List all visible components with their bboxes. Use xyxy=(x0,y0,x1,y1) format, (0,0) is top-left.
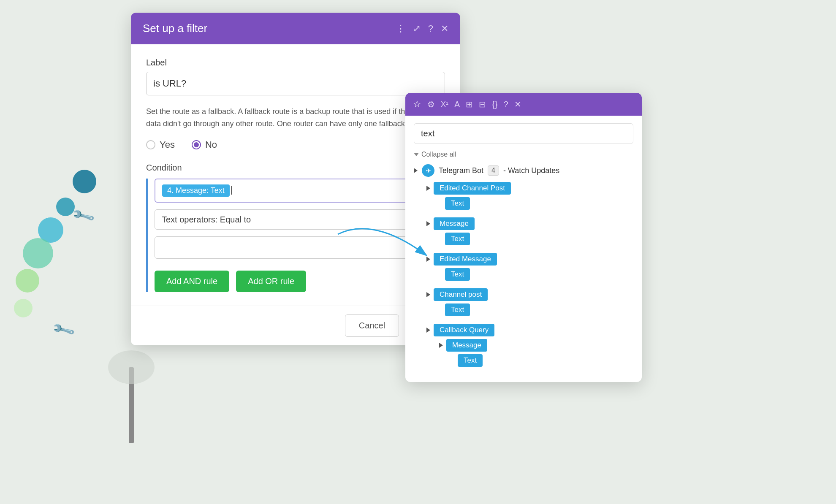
collapse-all-label: Collapse all xyxy=(421,151,456,158)
callback-message-toggle: Message xyxy=(439,339,633,352)
edited-channel-post-text-tag[interactable]: Text xyxy=(445,197,470,210)
picker-body: Collapse all ✈ Telegram Bot 4 - Watch Up… xyxy=(405,116,642,382)
channel-post-toggle: Channel post xyxy=(426,288,633,301)
edited-channel-post-tag[interactable]: Edited Channel Post xyxy=(434,182,511,195)
tree-root-toggle[interactable] xyxy=(414,168,418,173)
tree-root-item: ✈ Telegram Bot 4 - Watch Updates xyxy=(414,164,633,177)
edited-message-toggle: Edited Message xyxy=(426,253,633,266)
yes-radio-circle[interactable] xyxy=(146,140,155,149)
dialog-title: Set up a filter xyxy=(143,22,207,35)
collapse-arrow-icon xyxy=(414,153,419,156)
add-or-rule-button[interactable]: Add OR rule xyxy=(236,271,306,292)
calendar-icon[interactable]: ⊞ xyxy=(466,99,473,109)
close-icon[interactable]: ✕ xyxy=(441,23,448,34)
callback-message-arrow[interactable] xyxy=(439,343,443,348)
picker-close-icon[interactable]: ✕ xyxy=(514,99,521,109)
superscript-icon[interactable]: X¹ xyxy=(441,100,448,109)
callback-query-toggle: Callback Query xyxy=(426,324,633,336)
callback-message-children: Text xyxy=(452,354,633,370)
edited-message-text-tag[interactable]: Text xyxy=(445,268,470,281)
no-radio-circle[interactable] xyxy=(192,140,201,149)
label-field-label: Label xyxy=(146,58,445,68)
no-label: No xyxy=(205,139,217,150)
group-message: Message Text xyxy=(426,217,633,249)
message-tag[interactable]: Message xyxy=(434,217,475,230)
picker-toolbar: ☆ ⚙ X¹ A ⊞ ⊟ {} ? ✕ xyxy=(413,99,521,110)
channel-post-children: Text xyxy=(439,303,633,320)
fallback-radio-group: Yes No xyxy=(146,139,445,150)
condition-section-label: Condition xyxy=(146,163,445,173)
svg-point-7 xyxy=(108,350,155,384)
telegram-icon: ✈ xyxy=(422,164,434,177)
edited-message-children: Text xyxy=(439,268,633,284)
add-and-rule-button[interactable]: Add AND rule xyxy=(155,271,229,292)
edited-message-arrow[interactable] xyxy=(426,257,430,262)
settings-icon[interactable]: ⚙ xyxy=(427,99,435,109)
tree-children: Edited Channel Post Text Message Text xyxy=(414,182,633,370)
edited-channel-post-arrow[interactable] xyxy=(426,186,430,191)
group-edited-message: Edited Message Text xyxy=(426,253,633,284)
callback-query-arrow[interactable] xyxy=(426,328,430,333)
svg-rect-6 xyxy=(129,367,134,443)
picker-panel: ☆ ⚙ X¹ A ⊞ ⊟ {} ? ✕ Collapse all ✈ Teleg… xyxy=(405,93,642,382)
yes-label: Yes xyxy=(160,139,175,150)
channel-post-text-tag[interactable]: Text xyxy=(445,303,470,316)
edited-channel-post-children: Text xyxy=(439,197,633,213)
expand-icon[interactable]: ⤢ xyxy=(413,23,421,34)
picker-help-icon[interactable]: ? xyxy=(504,100,508,109)
no-radio[interactable]: No xyxy=(192,139,217,150)
svg-point-0 xyxy=(73,170,96,193)
module-name: Telegram Bot xyxy=(439,166,483,175)
condition-cursor xyxy=(231,186,232,195)
condition-box: 4. Message: Text Text operators: Equal t… xyxy=(146,179,445,292)
svg-point-3 xyxy=(23,238,53,268)
edited-channel-post-toggle: Edited Channel Post xyxy=(426,182,633,195)
message-arrow[interactable] xyxy=(426,221,430,226)
condition-tag[interactable]: 4. Message: Text xyxy=(162,184,230,197)
svg-point-2 xyxy=(38,217,63,243)
condition-input-wrapper[interactable]: 4. Message: Text xyxy=(155,179,445,203)
help-icon[interactable]: ? xyxy=(428,23,433,34)
svg-point-5 xyxy=(14,299,33,317)
edited-message-tag[interactable]: Edited Message xyxy=(434,253,497,266)
value-input[interactable] xyxy=(155,236,445,259)
dialog-header-icons: ⋮ ⤢ ? ✕ xyxy=(396,23,448,34)
channel-post-tag[interactable]: Channel post xyxy=(434,288,488,301)
group-callback-query: Callback Query Message Text xyxy=(426,324,633,370)
code-icon[interactable]: {} xyxy=(492,100,497,109)
module-suffix: - Watch Updates xyxy=(503,166,559,175)
tree-root: ✈ Telegram Bot 4 - Watch Updates Edited … xyxy=(414,164,633,370)
picker-header: ☆ ⚙ X¹ A ⊞ ⊟ {} ? ✕ xyxy=(405,93,642,116)
callback-message-text-tag[interactable]: Text xyxy=(458,354,483,367)
message-children: Text xyxy=(439,233,633,249)
favorites-icon[interactable]: ☆ xyxy=(413,99,421,110)
more-options-icon[interactable]: ⋮ xyxy=(396,23,405,34)
fallback-description: Set the route as a fallback. A fallback … xyxy=(146,106,445,130)
channel-post-arrow[interactable] xyxy=(426,292,430,297)
table-icon[interactable]: ⊟ xyxy=(479,99,486,109)
yes-radio[interactable]: Yes xyxy=(146,139,175,150)
message-toggle: Message xyxy=(426,217,633,230)
callback-message-tag[interactable]: Message xyxy=(446,339,487,352)
group-channel-post: Channel post Text xyxy=(426,288,633,320)
callback-query-tag[interactable]: Callback Query xyxy=(434,324,494,336)
message-text-tag[interactable]: Text xyxy=(445,233,470,245)
module-badge: 4 xyxy=(488,165,499,176)
collapse-all-button[interactable]: Collapse all xyxy=(414,151,633,158)
operator-select[interactable]: Text operators: Equal to Text operators:… xyxy=(155,209,445,230)
dialog-header: Set up a filter ⋮ ⤢ ? ✕ xyxy=(131,13,460,44)
text-icon[interactable]: A xyxy=(454,100,460,109)
wrench-icon-top: 🔧 xyxy=(71,203,96,228)
group-edited-channel-post: Edited Channel Post Text xyxy=(426,182,633,213)
rule-buttons: Add AND rule Add OR rule xyxy=(155,271,445,292)
wrench-icon-bottom: 🔧 xyxy=(51,317,76,342)
cancel-button[interactable]: Cancel xyxy=(345,314,399,337)
picker-search-input[interactable] xyxy=(414,123,633,144)
callback-query-children: Message Text xyxy=(439,339,633,370)
label-input[interactable] xyxy=(146,72,445,95)
svg-point-4 xyxy=(16,269,39,293)
